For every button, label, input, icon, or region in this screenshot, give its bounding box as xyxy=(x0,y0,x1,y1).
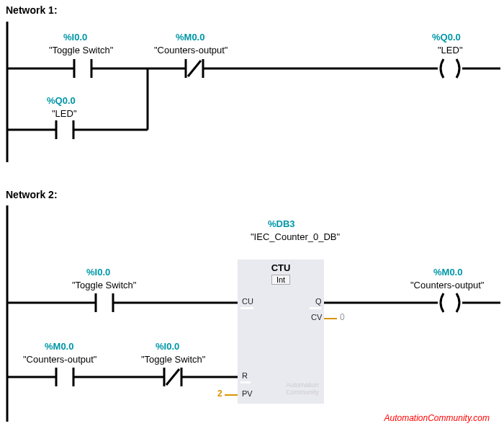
n1-c1-desc: "Toggle Switch" xyxy=(49,45,113,56)
svg-rect-23 xyxy=(56,368,73,386)
ctu-port-cu: CU xyxy=(242,297,253,306)
ctu-cv-value: 0 xyxy=(340,312,345,322)
ctu-datatype: Int xyxy=(271,275,290,285)
n1-c2-desc: "Counters-output" xyxy=(154,45,228,56)
coil xyxy=(438,293,462,312)
coil xyxy=(438,59,462,78)
ctu-port-q: Q xyxy=(315,297,322,306)
site-watermark: AutomationCommunity.com xyxy=(384,413,490,423)
svg-rect-18 xyxy=(96,293,113,312)
status-strip xyxy=(310,307,321,309)
n1-c3-addr: %Q0.0 xyxy=(432,32,461,43)
n2-c4-desc: "Toggle Switch" xyxy=(141,354,205,365)
contact-no xyxy=(56,120,73,139)
orange-stub xyxy=(324,318,337,319)
contact-no xyxy=(96,293,113,312)
n1-c4-desc: "LED" xyxy=(52,108,77,119)
n1-c4-addr: %Q0.0 xyxy=(47,95,76,106)
n2-c3-desc: "Counters-output" xyxy=(23,354,96,365)
n1-c3-desc: "LED" xyxy=(438,45,463,56)
n1-c2-addr: %M0.0 xyxy=(176,32,204,43)
ctu-port-cv: CV xyxy=(311,313,322,321)
status-strip xyxy=(240,307,253,309)
ctu-pv-value: 2 xyxy=(217,389,222,399)
status-strip xyxy=(240,381,251,383)
n2-c1-addr: %I0.0 xyxy=(86,267,110,278)
n2-c2-desc: "Counters-output" xyxy=(410,280,484,290)
network2-title: Network 2: xyxy=(6,189,58,200)
ctu-type: CTU xyxy=(238,262,324,273)
n2-c4-addr: %I0.0 xyxy=(156,341,179,352)
n2-c3-addr: %M0.0 xyxy=(45,341,73,352)
contact-no xyxy=(56,368,73,386)
n2-c1-desc: "Toggle Switch" xyxy=(72,280,136,290)
ctu-desc: "IEC_Counter_0_DB" xyxy=(251,231,315,243)
contact-nc xyxy=(164,368,181,386)
network1-title: Network 1: xyxy=(6,4,58,16)
svg-rect-12 xyxy=(56,120,73,139)
ctu-addr: %DB3 xyxy=(268,218,295,229)
n1-c1-addr: %I0.0 xyxy=(63,32,87,43)
contact-nc xyxy=(186,59,203,78)
faint-watermark: Automation Community xyxy=(284,382,321,396)
n2-c2-addr: %M0.0 xyxy=(433,267,462,278)
ctu-port-r: R xyxy=(242,371,248,380)
orange-stub xyxy=(225,394,238,396)
svg-rect-2 xyxy=(74,59,91,78)
ctu-port-pv: PV xyxy=(242,389,253,398)
contact-no xyxy=(74,59,91,78)
